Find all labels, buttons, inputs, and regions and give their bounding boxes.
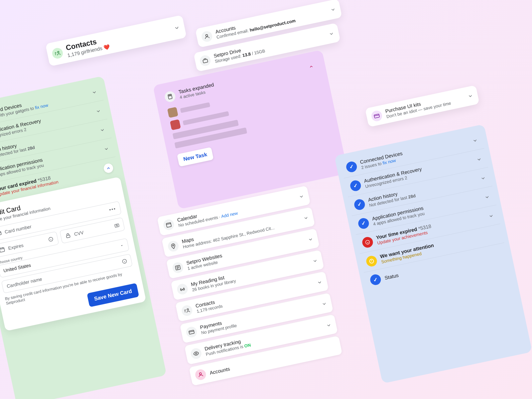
svg-point-14 [172,245,174,246]
location-icon [167,240,180,252]
eye-icon [190,347,202,360]
check-icon [369,273,382,286]
collapse-toggle[interactable] [103,163,114,174]
new-task-button[interactable]: New Task [177,147,213,167]
chevron-down-icon[interactable] [307,236,314,242]
chevron-down-icon[interactable] [303,215,309,221]
security-panel-green: Connected Devices 2 issues with your gat… [0,76,167,399]
info-icon[interactable] [121,258,128,264]
sad-icon [361,236,374,248]
check-icon [349,179,362,192]
camera-icon[interactable] [114,222,120,228]
avatar [170,119,181,130]
check-icon [353,198,366,211]
chevron-down-icon[interactable] [298,193,305,200]
chevron-down-icon[interactable] [328,31,334,37]
chevron-down-icon[interactable] [480,175,486,181]
info-icon[interactable] [48,236,54,242]
dropdown-icon [119,243,124,248]
svg-rect-12 [169,95,171,96]
svg-point-0 [57,51,59,53]
svg-rect-6 [115,224,119,227]
svg-rect-13 [166,222,172,227]
svg-rect-10 [203,59,208,63]
person-icon [194,368,207,381]
contacts-icon [51,47,64,60]
svg-point-21 [199,372,201,375]
chevron-down-icon[interactable] [91,89,97,95]
chevron-down-icon[interactable] [476,156,482,163]
collapse-icon[interactable] [306,61,317,72]
calendar-icon [162,218,175,231]
svg-point-7 [116,225,118,226]
chevron-down-icon[interactable] [484,194,490,200]
card-icon [370,109,383,122]
contacts-icon [181,304,193,317]
tasks-icon [164,90,176,103]
tasks-panel: Tasks expanded 4 active tasks New Task [153,50,348,209]
chevron-down-icon[interactable] [472,137,478,144]
card-icon [0,230,2,237]
person-icon [200,30,213,43]
credit-card-form: Credit Card Update your financial inform… [0,177,146,331]
svg-point-23 [365,240,370,244]
chevron-down-icon[interactable] [321,301,328,307]
svg-point-18 [187,308,189,310]
avatar [167,107,178,118]
chevron-down-icon[interactable] [488,213,494,219]
calendar-icon [0,246,6,253]
svg-rect-11 [168,94,172,99]
chevron-down-icon[interactable] [317,279,323,285]
chevron-down-icon[interactable] [95,108,101,114]
apps-list: CalendarNo scheduled events · Add new Ma… [157,186,343,388]
glasses-icon [176,283,189,295]
chevron-down-icon[interactable] [330,6,336,13]
svg-rect-2 [0,231,1,236]
svg-point-20 [195,352,197,354]
check-icon [357,217,370,230]
chevron-down-icon[interactable] [326,322,332,328]
purchase-card[interactable]: Purchase UI kits Don't be an idiot — sav… [365,85,479,127]
chevron-down-icon[interactable] [99,127,105,133]
chevron-down-icon[interactable] [312,258,318,264]
lock-icon [65,232,71,239]
chevron-down-icon[interactable] [103,146,109,152]
contacts-header-card[interactable]: Contacts 1,179 girlfriends ❤️ [45,15,187,66]
security-panel-blue: Connected Devices2 issues to fix now Aut… [334,124,532,383]
newspaper-icon [172,261,184,274]
chevron-down-icon[interactable] [467,93,473,99]
check-icon [345,160,358,173]
warning-icon [365,255,378,267]
chevron-down-icon[interactable] [173,24,180,31]
more-icon[interactable]: ••• [109,206,117,212]
briefcase-icon [199,54,211,67]
card-icon [185,326,198,338]
svg-point-9 [205,34,208,37]
